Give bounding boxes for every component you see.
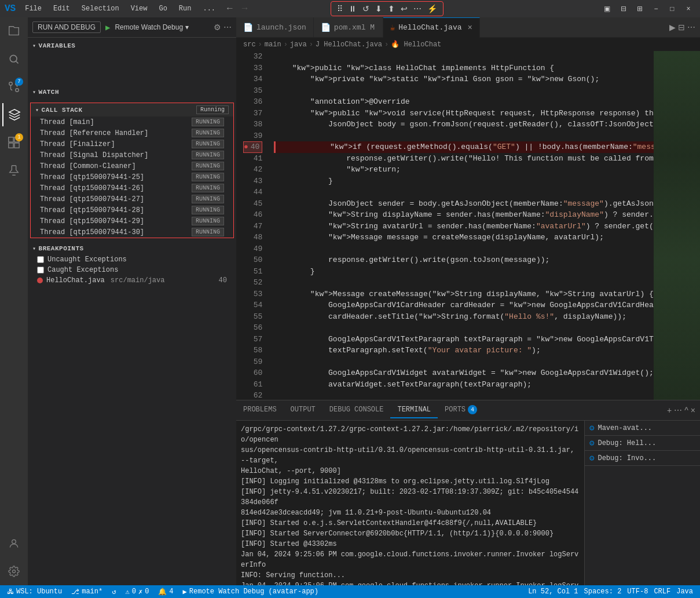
tab-hellochat-java[interactable]: ☕ HelloChat.java × [383,17,480,38]
debug-pause[interactable]: ⏸ [346,3,359,14]
source-control-icon[interactable]: 7 [2,75,25,99]
layout-btn3[interactable]: ⊞ [633,3,647,14]
watch-section-header[interactable]: ▾ WATCH [28,86,236,98]
breakpoints-section: ▾ BREAKPOINTS Uncaught Exceptions Caught… [28,240,236,288]
menu-more[interactable]: ... [198,3,220,14]
menu-edit[interactable]: Edit [49,3,75,14]
callstack-chevron: ▾ [35,107,39,114]
git-branch-status[interactable]: ⎇ main* [69,588,105,596]
thread-item[interactable]: Thread [qtp1500079441-25] RUNNING [31,172,233,183]
line-number: 51 [243,266,262,278]
minimize-btn[interactable]: − [649,3,663,14]
panel-collapse-btn[interactable]: ^ [684,406,688,415]
notifications-status[interactable]: 🔔 4 [156,588,175,596]
uncaught-exceptions-checkbox[interactable] [37,256,44,263]
debug-dots[interactable]: ⠿ [335,3,345,14]
debug-step-up[interactable]: ⬆ [386,3,397,14]
debug-config-selector[interactable]: Remote Watch Debug ▾ [115,23,189,31]
panel-more-btn[interactable]: ⋯ [674,406,682,415]
menu-go[interactable]: Go [154,3,171,14]
callstack-header[interactable]: ▾ CALL STACK Running [31,103,233,116]
layout-btn2[interactable]: ⊟ [617,3,631,14]
tab-close-hellochat[interactable]: × [467,23,472,32]
breadcrumb-main[interactable]: main [265,41,281,49]
errors-status[interactable]: ⚠ 0 ✗ 0 [123,588,151,596]
more-actions-icon[interactable]: ⋯ [223,23,232,32]
thread-item[interactable]: Thread [Reference Handler] RUNNING [31,127,233,138]
explorer-icon[interactable] [2,20,25,43]
line-number: 42 [243,164,262,176]
run-debug-activity-icon[interactable] [2,103,25,126]
debug-invo-item[interactable]: ⚙ Debug: Invo... [585,451,700,466]
tab-launch-json[interactable]: 📄 launch.json [236,17,314,38]
minimap [654,51,700,400]
thread-item[interactable]: Thread [qtp1500079441-30] RUNNING [31,227,233,238]
breadcrumb-class[interactable]: 🔥 HelloChat [391,40,441,49]
debug-lightning[interactable]: ⚡ [425,3,439,14]
terminal-line: [INFO] Started @43302ms [241,539,580,549]
panel-tab-output[interactable]: OUTPUT [284,402,322,418]
line-ending-info[interactable]: CRLF [651,588,673,596]
debug-config-btn[interactable]: ⋯ [411,3,424,14]
maximize-btn[interactable]: □ [665,3,679,14]
thread-item[interactable]: Thread [Signal Dispatcher] RUNNING [31,150,233,161]
thread-item[interactable]: Thread [qtp1500079441-29] RUNNING [31,216,233,227]
svg-rect-7 [14,143,19,148]
encoding-info[interactable]: UTF-8 [625,588,650,596]
thread-item[interactable]: Thread [qtp1500079441-28] RUNNING [31,205,233,216]
editor[interactable]: 3233343536373839●40414243444546474849505… [236,51,700,400]
account-icon[interactable] [2,532,25,555]
nav-forward[interactable]: → [240,3,250,14]
spaces-info[interactable]: Spaces: 2 [582,588,624,596]
test-icon[interactable] [2,159,25,182]
breadcrumb-file[interactable]: J HelloChat.java [316,41,382,49]
menu-file[interactable]: File [20,3,46,14]
nav-back[interactable]: ← [225,3,235,14]
thread-item[interactable]: Thread [Finalizer] RUNNING [31,138,233,150]
caught-exceptions-checkbox[interactable] [37,267,44,274]
panel-tab-ports[interactable]: PORTS 4 [438,402,484,419]
tab-pom-xml[interactable]: 📄 pom.xml M [314,17,383,38]
menu-selection[interactable]: Selection [77,3,124,14]
debug-step-back[interactable]: ↩ [398,3,410,14]
gear-icon[interactable]: ⚙ [214,23,221,32]
language-info[interactable]: Java [674,588,695,596]
code-line: "kw">String displayName = sender.has(mem… [274,209,654,221]
run-and-debug-button[interactable]: RUN AND DEBUG [32,21,101,33]
settings-icon[interactable] [2,560,25,583]
layout-btn[interactable]: ▣ [600,3,614,14]
extensions-icon[interactable]: 1 [2,131,25,154]
cursor-position[interactable]: Ln 52, Col 1 [526,588,580,596]
code-content[interactable]: "kw">public "kw">class HelloChat impleme… [269,51,654,400]
maven-item[interactable]: ⚙ Maven-avat... [585,421,700,436]
debug-restart[interactable]: ↺ [360,3,372,14]
more-tab-actions[interactable]: ⋯ [687,23,695,32]
panel-add-btn[interactable]: + [667,406,672,415]
debug-running-status[interactable]: ▶ Remote Watch Debug (avatar-app) [181,588,321,596]
breakpoints-section-header[interactable]: ▾ BREAKPOINTS [28,243,236,254]
thread-item[interactable]: Thread [main] RUNNING [31,116,233,127]
terminal-content[interactable]: /grpc/grpc-context/1.27.2/grpc-context-1… [236,421,584,585]
code-line: cardHeader.setTitle("kw">String.format("… [274,311,654,323]
panel-tab-debug-console[interactable]: DEBUG CONSOLE [322,402,391,418]
wsl-status[interactable]: 🖧 WSL: Ubuntu [5,588,64,596]
debug-hell-item[interactable]: ⚙ Debug: Hell... [585,436,700,451]
split-editor-btn[interactable]: ⊟ [678,23,685,32]
panel-tab-problems[interactable]: PROBLEMS [236,402,284,418]
menu-run[interactable]: Run [174,3,196,14]
close-btn[interactable]: × [681,3,695,14]
panel-tab-terminal[interactable]: TERMINAL [390,402,438,418]
search-icon[interactable] [2,48,25,71]
breadcrumb-java[interactable]: java [290,41,307,49]
thread-item[interactable]: Thread [Common-Cleaner] RUNNING [31,161,233,172]
svg-rect-4 [9,137,13,142]
menu-view[interactable]: View [126,3,152,14]
variables-section-header[interactable]: ▾ VARIABLES [28,40,236,52]
breadcrumb-src[interactable]: src [243,41,256,49]
thread-item[interactable]: Thread [qtp1500079441-26] RUNNING [31,183,233,194]
sync-status[interactable]: ↺ [109,588,118,596]
panel-close-btn[interactable]: × [691,406,695,415]
thread-item[interactable]: Thread [qtp1500079441-27] RUNNING [31,194,233,205]
run-btn[interactable]: ▶ [669,23,676,32]
debug-step-over[interactable]: ⬇ [373,3,384,14]
